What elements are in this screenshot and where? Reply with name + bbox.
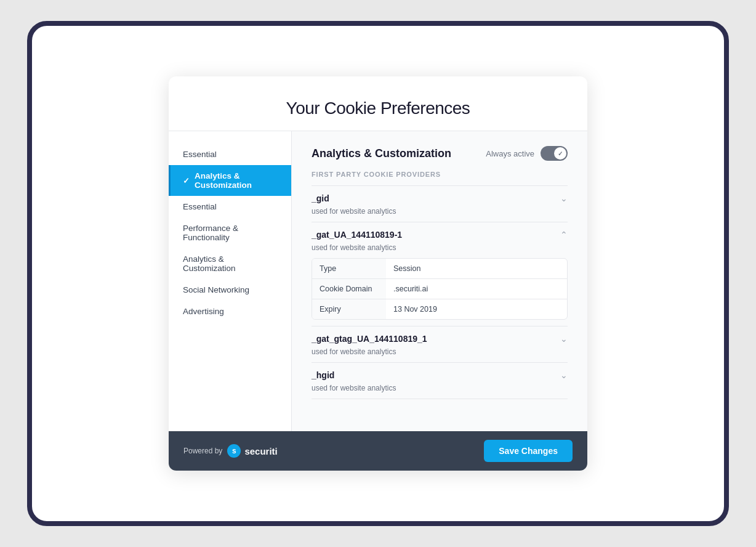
- sidebar-item-label: Analytics & Customization: [183, 254, 279, 273]
- sidebar-item-performance-functionality[interactable]: Performance & Functionality: [169, 217, 291, 248]
- sidebar-item-social-networking[interactable]: Social Networking: [169, 279, 291, 301]
- cookie-description: used for website analytics: [312, 347, 568, 362]
- sidebar-item-analytics-customization[interactable]: ✓ Analytics & Customization: [169, 165, 291, 196]
- sidebar-item-essential-top[interactable]: Essential: [169, 144, 291, 165]
- cookie-row-header-gid[interactable]: _gid ⌄: [312, 186, 568, 207]
- section-title: Analytics & Customization: [312, 147, 451, 160]
- detail-label: Cookie Domain: [312, 279, 386, 299]
- cookie-row: _gat_UA_144110819-1 ⌃ used for website a…: [312, 222, 568, 326]
- always-active-label: Always active: [486, 149, 534, 158]
- cookie-row: _hgid ⌄ used for website analytics: [312, 363, 568, 399]
- sidebar-item-label: Essential: [183, 202, 217, 211]
- detail-value: 13 Nov 2019: [386, 299, 444, 319]
- detail-row: Type Session: [312, 259, 567, 279]
- always-active-area: Always active ✓: [486, 146, 568, 161]
- securiti-logo: s securiti: [227, 444, 277, 458]
- sidebar-item-label: Analytics & Customization: [195, 171, 279, 190]
- sidebar: Essential ✓ Analytics & Customization Es…: [169, 131, 292, 431]
- sidebar-item-label: Social Networking: [183, 285, 249, 294]
- providers-label: FIRST PARTY COOKIE PROVIDERS: [312, 171, 568, 178]
- sidebar-item-label: Performance & Functionality: [183, 224, 279, 242]
- chevron-down-icon: ⌄: [560, 193, 568, 203]
- cookie-row-header-hgid[interactable]: _hgid ⌄: [312, 363, 568, 384]
- cookie-description: used for website analytics: [312, 243, 568, 258]
- chevron-up-icon: ⌃: [560, 230, 568, 240]
- cookie-list: _gid ⌄ used for website analytics _gat_U…: [312, 185, 568, 399]
- detail-row: Cookie Domain .securiti.ai: [312, 279, 567, 299]
- sidebar-item-advertising[interactable]: Advertising: [169, 301, 291, 322]
- cookie-description: used for website analytics: [312, 384, 568, 399]
- cookie-name: _gat_gtag_UA_144110819_1: [312, 334, 427, 344]
- powered-by: Powered by s securiti: [183, 444, 278, 458]
- sidebar-item-label: Essential: [183, 150, 217, 159]
- device-frame: Your Cookie Preferences Essential ✓ Anal…: [27, 21, 729, 526]
- modal-footer: Powered by s securiti Save Changes: [169, 431, 587, 471]
- chevron-down-icon: ⌄: [560, 370, 568, 380]
- cookie-row-header-gat-gtag[interactable]: _gat_gtag_UA_144110819_1 ⌄: [312, 326, 568, 347]
- cookie-name: _gid: [312, 193, 329, 203]
- securiti-icon: s: [227, 444, 241, 458]
- detail-value: .securiti.ai: [386, 279, 435, 299]
- section-header: Analytics & Customization Always active …: [312, 146, 568, 161]
- cookie-name: _hgid: [312, 370, 334, 380]
- cookie-row: _gid ⌄ used for website analytics: [312, 186, 568, 222]
- main-content: Analytics & Customization Always active …: [292, 131, 587, 431]
- sidebar-item-label: Advertising: [183, 307, 224, 316]
- cookie-row-header-gat-ua[interactable]: _gat_UA_144110819-1 ⌃: [312, 222, 568, 243]
- detail-label: Expiry: [312, 299, 386, 319]
- save-changes-button[interactable]: Save Changes: [484, 440, 573, 462]
- cookie-preferences-modal: Your Cookie Preferences Essential ✓ Anal…: [169, 76, 587, 471]
- powered-by-label: Powered by: [183, 447, 222, 455]
- cookie-description: used for website analytics: [312, 207, 568, 222]
- check-icon: ✓: [183, 176, 190, 185]
- securiti-brand-name: securiti: [244, 446, 277, 456]
- cookie-row: _gat_gtag_UA_144110819_1 ⌄ used for webs…: [312, 326, 568, 363]
- detail-label: Type: [312, 259, 386, 278]
- modal-body: Essential ✓ Analytics & Customization Es…: [169, 131, 587, 431]
- cookie-details: Type Session Cookie Domain .securiti.ai …: [312, 258, 568, 320]
- toggle-check-icon: ✓: [558, 150, 563, 157]
- sidebar-item-essential[interactable]: Essential: [169, 196, 291, 217]
- detail-value: Session: [386, 259, 428, 278]
- modal-header: Your Cookie Preferences: [169, 76, 587, 131]
- toggle-switch[interactable]: ✓: [541, 146, 568, 161]
- toggle-knob: ✓: [554, 147, 566, 160]
- modal-title: Your Cookie Preferences: [193, 99, 563, 118]
- detail-row: Expiry 13 Nov 2019: [312, 299, 567, 319]
- cookie-name: _gat_UA_144110819-1: [312, 230, 402, 240]
- chevron-down-icon: ⌄: [560, 334, 568, 344]
- sidebar-item-analytics-customization-2[interactable]: Analytics & Customization: [169, 248, 291, 279]
